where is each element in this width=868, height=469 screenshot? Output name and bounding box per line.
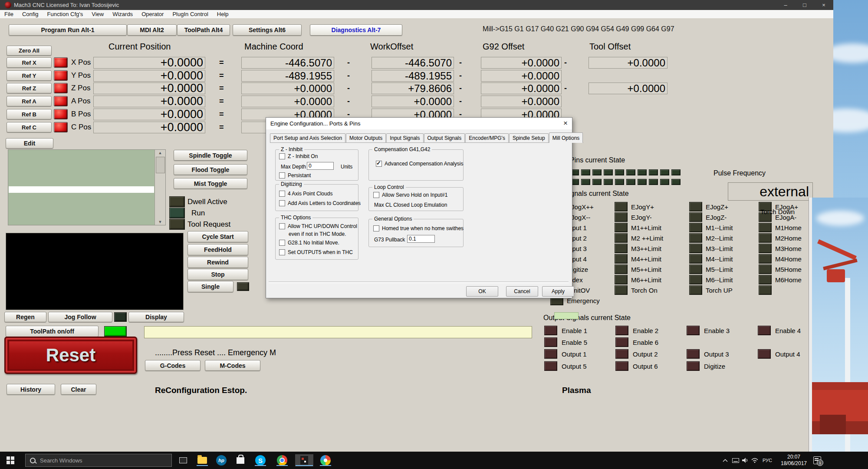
mach3-taskbar-icon[interactable] — [295, 454, 313, 466]
tab-toolpath[interactable]: ToolPath Alt4 — [177, 24, 230, 36]
dro-current-value[interactable]: +0.0000 — [93, 83, 205, 94]
photos-icon[interactable] — [319, 454, 332, 466]
language-indicator[interactable]: РУС — [760, 452, 775, 469]
four-axis-point-clouds-checkbox[interactable] — [279, 191, 285, 197]
menu-item[interactable]: View — [87, 11, 108, 17]
taskbar-search[interactable] — [25, 454, 172, 467]
menu-item[interactable]: Operator — [137, 11, 168, 17]
single-button[interactable]: Single — [187, 281, 233, 292]
cycle-start-button[interactable]: Cycle Start — [187, 231, 248, 242]
z-inhibit-on-checkbox[interactable] — [279, 153, 285, 159]
dialog-tab[interactable]: Mill Options — [549, 132, 583, 143]
dialog-tab[interactable]: Port Setup and Axis Selection — [270, 133, 345, 142]
dro-g92-value[interactable]: +0.0000 — [481, 83, 562, 94]
menu-item[interactable]: Wizards — [108, 11, 137, 17]
display-button[interactable]: Display — [128, 312, 184, 322]
cancel-button[interactable]: Cancel — [506, 286, 538, 297]
hp-icon[interactable]: hp — [215, 454, 227, 466]
reset-button[interactable]: Reset — [4, 337, 137, 374]
dro-machine-value[interactable]: -446.5070 — [241, 57, 334, 69]
set-output5-thc-checkbox[interactable] — [279, 249, 285, 255]
add-axis-letters-checkbox[interactable] — [279, 200, 285, 206]
toolpath-onoff-button[interactable]: ToolPath on/off — [6, 326, 99, 337]
tab-diagnostics[interactable]: Diagnostics Alt-7 — [310, 24, 402, 36]
clock[interactable]: 20:07 18/06/2017 — [778, 454, 809, 467]
tab-settings[interactable]: Settings Alt6 — [233, 24, 302, 36]
clear-button[interactable]: Clear — [61, 384, 96, 395]
dro-workoffset-value[interactable]: -489.1955 — [372, 70, 454, 82]
gcodes-button[interactable]: G-Codes — [145, 360, 201, 371]
ref-axis-button[interactable]: Ref A — [7, 96, 52, 106]
spindle-toggle-button[interactable]: Spindle Toggle — [174, 150, 247, 161]
dro-workoffset-value[interactable]: +79.8606 — [372, 83, 454, 94]
ref-axis-button[interactable]: Ref Y — [7, 70, 52, 81]
tab-mdi[interactable]: MDI Alt2 — [127, 24, 177, 36]
homed-true-checkbox[interactable] — [373, 225, 379, 231]
scroll-up-icon[interactable]: ▲ — [155, 151, 165, 155]
file-explorer-icon[interactable] — [196, 454, 208, 466]
scroll-down-icon[interactable]: ▼ — [155, 220, 165, 224]
g281-no-initial-move-checkbox[interactable] — [279, 240, 285, 246]
dro-workoffset-value[interactable]: +0.0000 — [372, 96, 454, 107]
g73-pullback-input[interactable] — [407, 235, 435, 243]
dro-current-value[interactable]: +0.0000 — [93, 109, 205, 120]
stop-button[interactable]: Stop — [187, 269, 248, 280]
allow-thc-updown-checkbox[interactable] — [279, 223, 285, 229]
listbox-scrollbar[interactable]: ▲ ▼ — [155, 150, 165, 225]
task-view-button[interactable] — [177, 454, 189, 466]
close-button[interactable]: × — [814, 0, 833, 10]
dro-current-value[interactable]: +0.0000 — [93, 96, 205, 107]
advanced-compensation-checkbox[interactable] — [376, 161, 382, 167]
regen-button[interactable]: Regen — [4, 312, 46, 322]
skype-icon[interactable]: S — [254, 454, 266, 466]
dro-workoffset-value[interactable]: -446.5070 — [372, 57, 454, 69]
rewind-button[interactable]: Rewind — [187, 257, 248, 268]
volume-icon[interactable] — [740, 452, 750, 469]
history-button[interactable]: History — [7, 384, 55, 395]
menu-item[interactable]: PlugIn Control — [168, 11, 212, 17]
dialog-close-icon[interactable]: × — [563, 119, 568, 128]
tab-program-run[interactable]: Program Run Alt-1 — [9, 24, 127, 36]
persistant-checkbox[interactable] — [279, 172, 285, 178]
toolpath-display[interactable] — [6, 233, 184, 310]
apply-button[interactable]: Apply — [542, 286, 574, 297]
maximize-button[interactable]: □ — [795, 0, 814, 10]
menu-item[interactable]: Config — [18, 11, 43, 17]
mcodes-button[interactable]: M-Codes — [205, 360, 260, 371]
gcode-listbox[interactable]: ▲ ▼ — [8, 149, 166, 225]
dialog-tab[interactable]: Input Signals — [386, 133, 423, 142]
network-icon[interactable] — [750, 452, 760, 469]
menu-item[interactable]: Help — [213, 11, 233, 17]
dro-g92-value[interactable]: +0.0000 — [481, 70, 562, 82]
dro-machine-value[interactable]: +0.0000 — [241, 96, 334, 107]
store-icon[interactable] — [234, 454, 247, 466]
zero-all-button[interactable]: Zero All — [7, 46, 52, 56]
allow-servo-hold-checkbox[interactable] — [373, 192, 379, 198]
tray-chevron-icon[interactable] — [720, 452, 730, 469]
jog-follow-button[interactable]: Jog Follow — [48, 312, 112, 322]
edit-button[interactable]: Edit — [6, 138, 53, 149]
dro-g92-value[interactable]: +0.0000 — [481, 57, 562, 69]
ref-axis-button[interactable]: Ref B — [7, 109, 52, 119]
minimize-button[interactable]: – — [776, 0, 795, 10]
dialog-tab[interactable]: Spindle Setup — [509, 133, 549, 142]
dro-machine-value[interactable]: -489.1955 — [241, 70, 334, 82]
mist-toggle-button[interactable]: Mist Toggle — [174, 178, 247, 189]
ref-axis-button[interactable]: Ref X — [7, 57, 52, 68]
flood-toggle-button[interactable]: Flood Toggle — [174, 164, 247, 175]
dro-tool-value[interactable]: +0.0000 — [589, 57, 667, 69]
menu-item[interactable]: Function Cfg's — [43, 11, 88, 17]
feedhold-button[interactable]: FeedHold — [187, 244, 248, 255]
dro-current-value[interactable]: +0.0000 — [93, 70, 205, 82]
dialog-tab[interactable]: Output Signals — [424, 133, 465, 142]
touch-keyboard-icon[interactable] — [731, 452, 740, 469]
search-input[interactable] — [39, 457, 154, 464]
dro-current-value[interactable]: +0.0000 — [93, 57, 205, 69]
dro-tool-value[interactable]: +0.0000 — [589, 83, 667, 94]
chrome-icon[interactable] — [276, 454, 288, 466]
ref-axis-button[interactable]: Ref Z — [7, 83, 52, 93]
dialog-tab[interactable]: Encoder/MPG's — [465, 133, 509, 142]
notification-center-icon[interactable]: 1 — [811, 452, 824, 469]
dro-current-value[interactable]: +0.0000 — [93, 122, 205, 133]
dro-g92-value[interactable]: +0.0000 — [481, 96, 562, 107]
